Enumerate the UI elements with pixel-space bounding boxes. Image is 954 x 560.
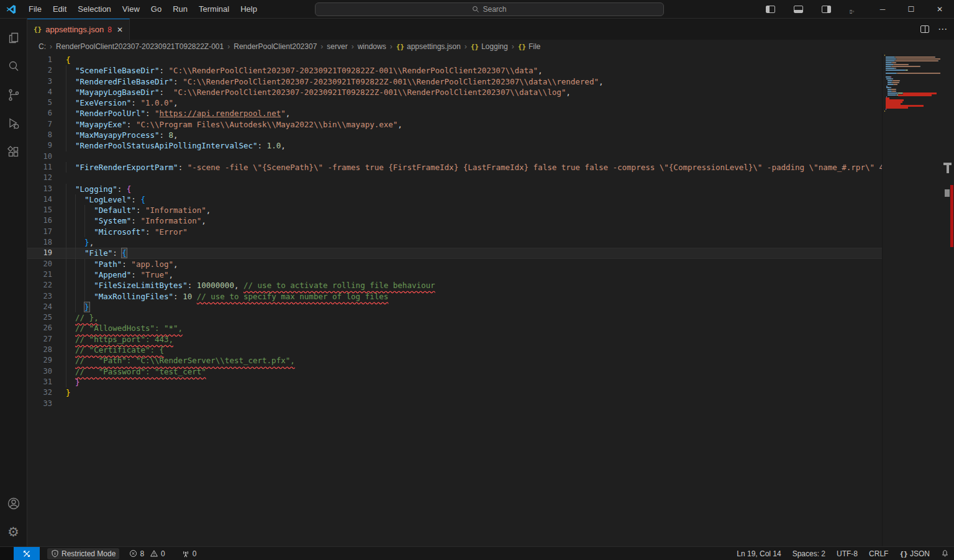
- breadcrumb-item[interactable]: RenderPoolClient202307-20230921T092822Z-…: [56, 42, 224, 51]
- settings-gear-icon[interactable]: ⚙: [0, 518, 27, 546]
- menu-selection[interactable]: Selection: [72, 2, 116, 16]
- line-number: 9: [27, 140, 52, 151]
- code-line-6[interactable]: 6 "RenderPoolUrl": "https://api.renderpo…: [27, 108, 882, 119]
- search-icon: [472, 6, 479, 13]
- code-line-17[interactable]: 17 "Microsoft": "Error": [27, 227, 882, 237]
- code-line-18[interactable]: 18 },: [27, 237, 882, 248]
- code-editor[interactable]: 1{2 "SceneFileBaseDir": "C:\\RenderPoolC…: [27, 53, 954, 546]
- minimap[interactable]: [882, 53, 942, 546]
- code-line-19[interactable]: 19 "File": {: [27, 248, 882, 258]
- toggle-secondary-sidebar-icon[interactable]: [822, 6, 831, 13]
- code-line-14[interactable]: 14 "LogLevel": {: [27, 194, 882, 205]
- menu-edit[interactable]: Edit: [47, 2, 72, 16]
- toggle-panel-icon[interactable]: [794, 6, 803, 13]
- menu-run[interactable]: Run: [167, 2, 193, 16]
- ports-button[interactable]: 0: [178, 548, 201, 559]
- tab-appsettings-json[interactable]: {} appsettings.json 8 ✕: [27, 19, 130, 40]
- menu-terminal[interactable]: Terminal: [193, 2, 235, 16]
- search-placeholder: Search: [483, 5, 506, 14]
- customize-layout-icon[interactable]: [850, 6, 859, 13]
- source-control-icon[interactable]: [0, 81, 27, 109]
- breadcrumb-item[interactable]: {}File: [518, 42, 541, 51]
- code-line-20[interactable]: 20 "Path": "app.log",: [27, 259, 882, 269]
- search-sidebar-icon[interactable]: [0, 52, 27, 81]
- line-number: 27: [27, 334, 52, 345]
- breadcrumb-item[interactable]: C:: [39, 42, 46, 51]
- line-number: 12: [27, 173, 52, 183]
- code-line-31[interactable]: 31 }: [27, 377, 882, 387]
- close-window-button[interactable]: ✕: [925, 0, 954, 19]
- code-line-28[interactable]: 28 // "Certificate": {: [27, 345, 882, 355]
- split-editor-icon[interactable]: [920, 25, 929, 33]
- code-line-26[interactable]: 26 // "AllowedHosts": "*",: [27, 323, 882, 333]
- menu-help[interactable]: Help: [235, 2, 263, 16]
- code-line-16[interactable]: 16 "System": "Information",: [27, 215, 882, 226]
- symbol-object-icon: {}: [471, 43, 479, 51]
- menu-go[interactable]: Go: [145, 2, 167, 16]
- code-line-4[interactable]: 4 "MayapyLogBaseDir": "C:\\RenderPoolCli…: [27, 87, 882, 97]
- code-line-33[interactable]: 33: [27, 399, 882, 409]
- code-line-8[interactable]: 8 "MaxMayapyProcess": 8,: [27, 130, 882, 140]
- line-number: 8: [27, 130, 52, 140]
- breadcrumb-item[interactable]: server: [327, 42, 347, 51]
- editor-more-actions-icon[interactable]: ⋯: [938, 24, 948, 35]
- line-number: 1: [27, 55, 52, 65]
- radio-tower-icon: [181, 549, 190, 558]
- remote-indicator[interactable]: [14, 547, 40, 560]
- code-line-32[interactable]: 32}: [27, 387, 882, 398]
- command-center-search[interactable]: Search: [315, 2, 664, 16]
- code-line-13[interactable]: 13 "Logging": {: [27, 184, 882, 194]
- line-number: 23: [27, 291, 52, 302]
- code-line-25[interactable]: 25 // },: [27, 312, 882, 323]
- restricted-mode-button[interactable]: Restricted Mode: [47, 548, 119, 559]
- code-line-23[interactable]: 23 "MaxRollingFiles": 10 // use to speci…: [27, 291, 882, 302]
- code-line-1[interactable]: 1{: [27, 55, 882, 65]
- notifications-bell-icon[interactable]: [941, 549, 949, 558]
- code-line-7[interactable]: 7 "MayapyExe": "C:\\Program Files\\Autod…: [27, 119, 882, 130]
- breadcrumb-item[interactable]: RenderPoolClient202307: [234, 42, 317, 51]
- line-number: 31: [27, 377, 52, 387]
- code-line-3[interactable]: 3 "RenderedFileBaseDir": "C:\\RenderPool…: [27, 76, 882, 87]
- code-line-15[interactable]: 15 "Default": "Information",: [27, 205, 882, 215]
- breadcrumb-item[interactable]: {}appsettings.json: [396, 42, 461, 51]
- code-line-30[interactable]: 30 // "Password": "test_cert": [27, 366, 882, 377]
- accounts-icon[interactable]: [0, 489, 27, 518]
- breadcrumb-item[interactable]: {}Logging: [471, 42, 508, 51]
- eol-indicator[interactable]: CRLF: [869, 549, 888, 558]
- code-line-12[interactable]: 12: [27, 173, 882, 183]
- code-line-21[interactable]: 21 "Append": "True",: [27, 269, 882, 280]
- indentation-indicator[interactable]: Spaces: 2: [793, 549, 825, 558]
- code-line-9[interactable]: 9 "RenderPoolStatusApiPollingIntervalSec…: [27, 140, 882, 151]
- extensions-icon[interactable]: [0, 138, 27, 166]
- code-line-27[interactable]: 27 // "https_port": 443,: [27, 334, 882, 345]
- code-line-24[interactable]: 24 }: [27, 302, 882, 312]
- line-col-indicator[interactable]: Ln 19, Col 14: [737, 549, 781, 558]
- maximize-button[interactable]: ☐: [897, 0, 925, 19]
- toggle-sidebar-icon[interactable]: [766, 6, 775, 13]
- code-line-5[interactable]: 5 "ExeVersion": "1.0.0",: [27, 97, 882, 108]
- breadcrumb-item[interactable]: windows: [358, 42, 386, 51]
- error-count: 8: [140, 549, 144, 558]
- code-area[interactable]: 1{2 "SceneFileBaseDir": "C:\\RenderPoolC…: [27, 53, 882, 546]
- run-debug-icon[interactable]: [0, 109, 27, 138]
- line-number: 7: [27, 119, 52, 130]
- line-number: 24: [27, 302, 52, 312]
- language-indicator[interactable]: {} JSON: [899, 549, 930, 558]
- warning-icon: [150, 549, 158, 558]
- tab-close-icon[interactable]: ✕: [117, 25, 123, 34]
- explorer-icon[interactable]: [0, 24, 27, 52]
- shield-icon: [51, 549, 59, 558]
- error-icon: [129, 549, 137, 558]
- menu-view[interactable]: View: [117, 2, 145, 16]
- code-line-10[interactable]: 10: [27, 151, 882, 162]
- line-number: 3: [27, 76, 52, 87]
- code-line-2[interactable]: 2 "SceneFileBaseDir": "C:\\RenderPoolCli…: [27, 65, 882, 76]
- code-line-11[interactable]: 11 "FireRenderExportParm": "-scene -file…: [27, 162, 882, 173]
- encoding-indicator[interactable]: UTF-8: [837, 549, 858, 558]
- minimize-button[interactable]: ─: [868, 0, 897, 19]
- problems-button[interactable]: 8 0: [125, 548, 168, 559]
- code-line-22[interactable]: 22 "FileSizeLimitBytes": 10000000, // us…: [27, 280, 882, 291]
- code-line-29[interactable]: 29 // "Path": "C:\\RenderServer\\test_ce…: [27, 355, 882, 366]
- overview-ruler[interactable]: [942, 53, 954, 546]
- menu-file[interactable]: File: [23, 2, 47, 16]
